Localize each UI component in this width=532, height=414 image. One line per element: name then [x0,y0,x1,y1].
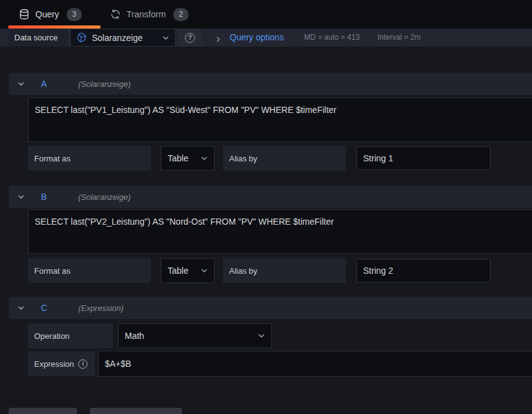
interval-info: Interval = 2m [377,29,421,47]
query-row-header-c[interactable]: C (Expression) [9,297,532,319]
tab-query[interactable]: Query 3 [19,8,82,21]
datasource-label: Data source [9,29,68,47]
alias-by-input[interactable] [356,146,490,170]
expression-label: Expression [34,359,74,369]
format-as-value: Table [168,266,188,276]
operation-label: Operation [28,323,113,348]
add-query-button[interactable]: + [9,408,77,414]
format-as-label: Format as [28,146,151,171]
query-options-chevron-right-icon[interactable] [215,34,222,45]
alias-by-label: Alias by [223,146,346,171]
operation-value: Math [125,331,144,341]
grafana-query-editor: Query 3 Transform 2 Data source [0,0,532,414]
chevron-down-icon [201,267,208,274]
transform-count-badge: 2 [173,8,189,21]
format-as-select[interactable]: Table [161,146,215,171]
format-as-value: Table [168,153,188,163]
max-data-points-info: MD = auto = 413 [304,29,359,47]
editor-tabbar: Query 3 Transform 2 [0,0,532,29]
info-icon: i [78,359,88,369]
datasource-help-button[interactable]: ? [178,29,202,47]
query-row-header-a[interactable]: A (Solaranzeige) [9,73,532,95]
operation-select[interactable]: Math [118,323,272,348]
chevron-down-icon [258,332,265,340]
datasource-picker[interactable]: Solaranzeige [70,29,176,47]
transform-icon [110,9,121,20]
database-icon [19,9,30,20]
expression-input[interactable] [98,351,532,377]
chevron-down-icon [17,192,25,201]
query-datasource-name: (Solaranzeige) [78,192,131,202]
query-options-toggle[interactable]: Query options [230,29,284,47]
query-b-sql-editor[interactable]: SELECT last("PV2_Leistung") AS "Nord-Ost… [28,209,532,254]
tab-transform-label: Transform [127,9,166,19]
tab-query-label: Query [35,9,59,19]
query-count-badge: 3 [66,8,82,21]
query-type-name: (Expression) [78,304,124,313]
query-a-sql-editor[interactable]: SELECT last("PV1_Leistung") AS "Süd-West… [28,97,532,142]
query-ref-letter: B [41,192,47,202]
alias-by-label: Alias by [223,258,346,283]
format-as-label: Format as [28,258,151,283]
datasource-row: Data source Solaranzeige ? Query options… [0,29,532,47]
help-icon: ? [185,33,195,43]
query-row-header-b[interactable]: B (Solaranzeige) [9,186,532,208]
influxdb-icon [76,32,87,43]
chevron-down-icon [162,34,169,42]
query-ref-letter: C [41,303,47,313]
add-expression-button[interactable]: + [90,408,182,414]
chevron-down-icon [17,79,25,88]
datasource-value: Solaranzeige [92,33,143,43]
format-as-select[interactable]: Table [161,258,215,283]
chevron-down-icon [201,155,208,162]
chevron-down-icon [17,304,25,312]
query-datasource-name: (Solaranzeige) [78,79,131,89]
alias-by-input[interactable] [356,259,490,282]
query-ref-letter: A [41,79,47,89]
expression-label-box: Expression i [28,351,95,376]
tab-transform[interactable]: Transform 2 [110,8,189,21]
